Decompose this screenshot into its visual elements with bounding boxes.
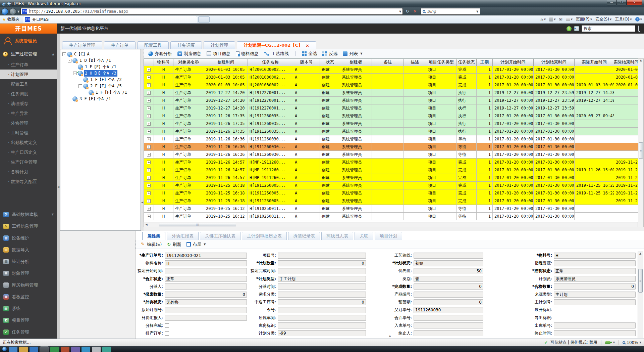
new-tab-stub[interactable]	[198, 16, 210, 23]
field-input[interactable]	[554, 260, 636, 266]
sidebar-section-production[interactable]: 生产过程管理 ▲	[0, 48, 57, 60]
collapse-node-icon[interactable]: -	[78, 84, 82, 88]
url-field[interactable]: 开目 http://192.168.60.205:7013/Mainframe.…	[20, 8, 403, 15]
vscroll-thumb[interactable]: ≡	[639, 142, 643, 159]
toolbar-button[interactable]: 齐套分析	[148, 51, 172, 57]
field-input[interactable]: 正常	[554, 268, 636, 274]
help-icon[interactable]: ?▼	[635, 17, 642, 21]
column-header[interactable]: 描述	[404, 59, 426, 66]
close-icon[interactable]: ×	[306, 43, 309, 48]
expand-row-icon[interactable]: +	[147, 215, 151, 218]
expand-row-icon[interactable]: +	[147, 199, 151, 203]
tab-item[interactable]: 生产订单管理	[62, 41, 102, 49]
detail-tab[interactable]: 关联	[355, 232, 373, 240]
sidebar-section[interactable]: 设备维护	[0, 232, 57, 244]
tree-node[interactable]: 1 F【F】个A /1	[60, 64, 141, 70]
sidebar-item[interactable]: ·外协管理	[0, 118, 57, 128]
expand-row-icon[interactable]: +	[147, 122, 151, 126]
tree-node[interactable]: -✓2 H【H】个A /3	[60, 70, 141, 77]
taskbar-app-icon[interactable]	[40, 347, 49, 352]
expand-row-icon[interactable]: +	[147, 106, 151, 110]
field-input[interactable]	[165, 268, 247, 274]
column-header[interactable]: 版本号	[293, 59, 320, 66]
tree-node[interactable]: -1 D【D】个A /1	[60, 57, 141, 64]
sidebar-section[interactable]: 基础数据建模▼	[0, 209, 57, 220]
toolbar-button[interactable]: 反选	[322, 51, 337, 57]
column-header[interactable]: 工期	[477, 59, 493, 66]
tree-node[interactable]: -C【C】A	[60, 51, 141, 57]
sidebar-section[interactable]: 库房物料管理	[0, 279, 57, 291]
chevron-down-icon[interactable]: ▼	[52, 213, 54, 216]
table-row[interactable]: +H生产订单2019-11-26 14:57H[MP-1911260...A创建…	[144, 159, 638, 166]
column-header[interactable]: 对象类名称	[173, 59, 204, 66]
column-header[interactable]: 创建时间	[204, 59, 248, 66]
column-header[interactable]: 项目任务类型	[426, 59, 457, 66]
field-input[interactable]: 0	[278, 260, 366, 266]
column-header[interactable]: 实际结束时间	[614, 59, 638, 66]
field-input[interactable]: -99	[278, 330, 366, 336]
detail-toolbar-button[interactable]: 编辑(E)	[141, 241, 162, 248]
field-input[interactable]	[278, 268, 366, 274]
expand-row-icon[interactable]: +	[147, 68, 151, 72]
minimize-button[interactable]: —	[607, 0, 616, 5]
table-row[interactable]: +H生产订单2019-10-25 16:12H[1910250011...A创建…	[144, 213, 638, 220]
checkbox[interactable]	[554, 316, 558, 320]
expand-row-icon[interactable]: +	[147, 176, 151, 180]
table-row[interactable]: +H生产订单2019-11-25 16:18H[1911250005...A创建…	[144, 197, 638, 205]
sidebar-item[interactable]: ·出勤模式定义	[0, 138, 57, 147]
sidebar-item[interactable]: ·生产订单	[0, 60, 57, 70]
table-horizontal-scrollbar[interactable]: ◀ |||	[144, 222, 638, 227]
field-input[interactable]: 普	[414, 276, 483, 282]
sidebar-section[interactable]: 统计分析	[0, 256, 57, 267]
field-input[interactable]: 0	[278, 299, 366, 305]
tab-item[interactable]: 任务调度	[170, 41, 202, 49]
field-input[interactable]: H	[165, 260, 247, 266]
expand-row-icon[interactable]: +	[147, 83, 151, 87]
print-icon[interactable]: ▼	[566, 18, 573, 21]
favorites-label[interactable]: 收藏夹	[7, 16, 19, 22]
column-header[interactable]: 备注	[372, 59, 404, 66]
sidebar-splitter[interactable]: ◀	[57, 34, 60, 339]
smartscreen-icon[interactable]	[605, 341, 610, 344]
column-header[interactable]: 任务名称	[248, 59, 293, 66]
tree-node[interactable]: 3 F【F】个A /1	[60, 96, 141, 102]
form-vertical-scrollbar[interactable]: ▲ ≡	[638, 252, 643, 338]
column-header[interactable]: 状态	[320, 59, 340, 66]
tree-node[interactable]: 1 F【F】个A /2	[60, 77, 141, 83]
browser-search-input[interactable]: Bing ▼	[421, 8, 480, 15]
tree-node[interactable]: -2 E【E】个A /5	[60, 83, 141, 89]
field-input[interactable]: 0	[554, 283, 636, 290]
field-input[interactable]	[414, 315, 483, 321]
field-input[interactable]	[414, 253, 483, 259]
detail-tab[interactable]: 外协汇报表	[167, 232, 199, 240]
table-row[interactable]: +H生产订单2020-01-03 10:05H[2001030002...A创建…	[144, 81, 638, 89]
expand-row-icon[interactable]: +	[147, 76, 151, 79]
taskbar-app-icon[interactable]	[71, 347, 80, 352]
field-input[interactable]: H	[554, 253, 636, 259]
smartscreen-caret[interactable]: ▼	[613, 341, 615, 344]
field-input[interactable]: 50	[414, 268, 483, 274]
hscroll-thumb[interactable]: |||	[159, 223, 236, 226]
detail-toolbar-button[interactable]: 布局▼	[186, 241, 206, 248]
field-input[interactable]	[278, 253, 366, 259]
taskbar-app-icon[interactable]	[9, 347, 17, 352]
field-input[interactable]: 正常	[165, 276, 247, 282]
sidebar-item[interactable]: ·任务调度	[0, 89, 57, 99]
field-input[interactable]	[414, 322, 483, 328]
sidebar-section[interactable]: 任务管理	[0, 326, 57, 338]
field-input[interactable]	[278, 322, 366, 328]
sidebar-item[interactable]: ·工时管理	[0, 128, 57, 138]
form-vscroll-thumb[interactable]: ≡	[638, 269, 643, 293]
forward-button[interactable]: →	[9, 8, 16, 15]
table-row[interactable]: +H生产订单2019-11-26 16:36H[1911260030...A创建…	[144, 143, 638, 151]
expand-row-icon[interactable]: +	[147, 130, 151, 133]
scroll-up-icon[interactable]: ▲	[638, 59, 643, 62]
checkbox[interactable]	[554, 308, 558, 312]
table-row[interactable]: +H生产订单2019-11-26 17:35H[1911260035...A创建…	[144, 120, 638, 128]
field-input[interactable]	[165, 307, 247, 313]
column-header[interactable]: 实际开始时间	[575, 59, 614, 66]
field-input[interactable]	[414, 292, 483, 298]
column-header[interactable]: 物料号	[154, 59, 173, 66]
table-row[interactable]: +H生产订单2019-12-27 14:20H[1912270001...A创建…	[144, 89, 638, 97]
table-vertical-scrollbar[interactable]: ▲ ≡	[638, 58, 644, 227]
